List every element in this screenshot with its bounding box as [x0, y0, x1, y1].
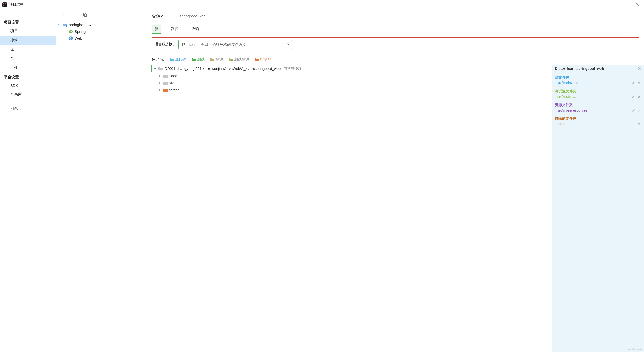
body: 项目设置 项目 模块 库 Facet 工件 平台设置 SDK 全局库 问题 ＋ … — [0, 9, 644, 352]
sidepanel-close-icon[interactable]: ✕ — [638, 66, 641, 71]
sp-resources-title: 资源文件夹 — [555, 101, 641, 108]
project-structure-window: IJ 项目结构 项目设置 项目 模块 库 Facet 工件 平台设置 SDK 全… — [0, 0, 644, 352]
module-root-node[interactable]: springboot_web — [56, 21, 147, 28]
tab-dependencies[interactable]: 依赖 — [188, 25, 202, 34]
sp-sources-title: 源文件夹 — [555, 74, 641, 80]
sidebar-item-global-libs[interactable]: 全局库 — [0, 90, 56, 99]
watermark: CSDN @Dong将 — [625, 348, 642, 351]
spring-icon — [69, 30, 73, 34]
mark-tests[interactable]: 测试 — [192, 57, 205, 62]
chevron-down-icon — [153, 67, 156, 70]
module-spring-label: Spring — [75, 29, 86, 34]
copy-module-button[interactable] — [81, 12, 89, 18]
module-web-label: Web — [75, 36, 82, 40]
chevron-right-icon — [158, 74, 161, 77]
sp-sources-path[interactable]: src\main\java — [557, 81, 578, 85]
name-label: 名称(M): — [152, 14, 172, 19]
sidebar-item-libraries[interactable]: 库 — [0, 45, 56, 54]
remove-module-button[interactable]: － — [70, 11, 78, 19]
module-tree: springboot_web Spring Web — [56, 21, 147, 352]
sp-resources-path[interactable]: src\main\resources — [557, 108, 587, 112]
svg-rect-7 — [66, 25, 67, 27]
dir-src[interactable]: src — [152, 79, 550, 87]
mark-as-row: 标记为: 源代码 测试 资源 测试资源 排除的 — [152, 57, 639, 62]
sp-excluded-title: 排除的文件夹 — [555, 115, 641, 121]
sidebar-item-sdks[interactable]: SDK — [0, 81, 56, 90]
add-module-button[interactable]: ＋ — [59, 11, 67, 19]
mark-test-resources[interactable]: 测试资源 — [229, 57, 249, 62]
module-name-input[interactable] — [177, 12, 639, 20]
chevron-right-icon — [158, 81, 161, 85]
folder-icon — [158, 67, 163, 70]
dir-target[interactable]: target — [152, 87, 550, 94]
nav-buttons — [0, 9, 56, 17]
content-root-suffix: 内容根 (C) — [283, 66, 301, 71]
folder-icon — [163, 88, 168, 92]
forward-button[interactable] — [13, 11, 18, 16]
section-project-settings: 项目设置 — [0, 17, 56, 26]
module-spring-node[interactable]: Spring — [56, 28, 147, 35]
sidepanel-header: D:\...A_learn\springboot_web ✕ — [552, 65, 644, 73]
tab-sources[interactable]: 源 — [152, 25, 161, 34]
sidebar-item-project[interactable]: 项目 — [0, 26, 56, 36]
language-level-highlight: 语言级别(L): 17 - sealed 类型、始终严格的浮点语义 — [152, 37, 639, 54]
detail-panel: 名称(M): 源 路径 依赖 语言级别(L): 17 - sealed 类型、始… — [147, 9, 644, 352]
module-column: ＋ － springboot_web Spring Web — [56, 9, 147, 352]
sidebar-item-artifacts[interactable]: 工件 — [0, 63, 56, 72]
module-toolbar: ＋ － — [56, 9, 147, 21]
edit-icon[interactable] — [632, 109, 635, 112]
svg-rect-6 — [84, 14, 87, 17]
content-root-path: D:\001-changyong\001-xuexiwenjian\JavaWe… — [164, 67, 281, 71]
chevron-down-icon — [287, 43, 290, 46]
window-title: 项目结构 — [9, 2, 634, 7]
svg-rect-3 — [3, 5, 4, 6]
content-root-node[interactable]: D:\001-changyong\001-xuexiwenjian\JavaWe… — [151, 65, 550, 72]
sidebar-item-modules[interactable]: 模块 — [0, 36, 56, 45]
content-roots-row: D:\001-changyong\001-xuexiwenjian\JavaWe… — [152, 65, 639, 352]
tab-paths[interactable]: 路径 — [168, 25, 182, 34]
sp-excluded-path[interactable]: target — [557, 122, 567, 126]
lang-level-select[interactable]: 17 - sealed 类型、始终严格的浮点语义 — [178, 40, 292, 49]
sidebar: 项目设置 项目 模块 库 Facet 工件 平台设置 SDK 全局库 问题 — [0, 9, 56, 352]
mark-excluded[interactable]: 排除的 — [255, 57, 272, 62]
remove-icon[interactable]: ✕ — [638, 81, 641, 85]
app-icon: IJ — [2, 2, 7, 7]
mark-sources[interactable]: 源代码 — [170, 57, 186, 62]
edit-icon[interactable] — [632, 95, 635, 98]
sidebar-item-problems[interactable]: 问题 — [0, 104, 56, 113]
module-tabs: 源 路径 依赖 — [152, 25, 639, 34]
titlebar: IJ 项目结构 — [0, 0, 644, 9]
close-button[interactable] — [634, 2, 642, 7]
module-web-node[interactable]: Web — [56, 35, 147, 42]
sidepanel-header-path: D:\...A_learn\springboot_web — [555, 67, 604, 71]
module-folder-icon — [63, 23, 67, 27]
sp-tests-title: 测试源文件夹 — [555, 88, 641, 94]
back-button[interactable] — [4, 11, 9, 16]
sp-tests-path[interactable]: src\test\java — [557, 95, 576, 99]
remove-icon[interactable]: ✕ — [638, 122, 641, 126]
remove-icon[interactable]: ✕ — [638, 109, 641, 112]
svg-rect-2 — [5, 3, 6, 4]
svg-rect-12 — [231, 60, 233, 61]
sidebar-item-facets[interactable]: Facet — [0, 54, 56, 63]
chevron-down-icon — [58, 23, 61, 26]
chevron-right-icon — [158, 89, 161, 92]
web-icon — [69, 36, 73, 40]
content-roots-sidepanel: D:\...A_learn\springboot_web ✕ 源文件夹 src\… — [552, 65, 644, 352]
folder-icon — [163, 74, 168, 78]
mark-resources[interactable]: 资源 — [210, 57, 223, 62]
lang-level-label: 语言级别(L): — [155, 40, 175, 47]
directory-tree: D:\001-changyong\001-xuexiwenjian\JavaWe… — [152, 65, 552, 352]
mark-as-label: 标记为: — [152, 57, 164, 62]
module-root-label: springboot_web — [69, 23, 96, 27]
dir-idea[interactable]: .idea — [152, 72, 550, 79]
lang-level-value: 17 - sealed 类型、始终严格的浮点语义 — [181, 42, 246, 47]
section-platform-settings: 平台设置 — [0, 72, 56, 81]
remove-icon[interactable]: ✕ — [638, 95, 641, 98]
edit-icon[interactable] — [632, 81, 635, 85]
svg-text:IJ: IJ — [3, 3, 4, 5]
folder-icon — [163, 81, 168, 85]
